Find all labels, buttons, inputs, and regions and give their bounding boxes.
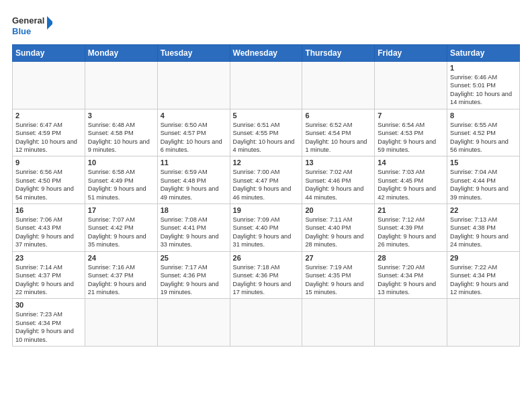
day-number: 7: [378, 111, 444, 120]
calendar-cell: [375, 62, 447, 109]
day-number: 18: [161, 206, 227, 214]
calendar-cell: 21Sunrise: 7:12 AM Sunset: 4:39 PM Dayli…: [375, 204, 447, 252]
calendar-cell: 18Sunrise: 7:08 AM Sunset: 4:41 PM Dayli…: [157, 204, 230, 252]
day-info: Sunrise: 6:47 AM Sunset: 4:59 PM Dayligh…: [15, 121, 82, 154]
day-number: 4: [161, 111, 227, 120]
day-info: Sunrise: 6:46 AM Sunset: 5:01 PM Dayligh…: [450, 73, 517, 107]
header: General Blue: [12, 12, 520, 38]
day-info: Sunrise: 7:17 AM Sunset: 4:36 PM Dayligh…: [161, 263, 227, 297]
day-info: Sunrise: 7:00 AM Sunset: 4:47 PM Dayligh…: [233, 168, 300, 201]
day-number: 10: [88, 158, 154, 167]
day-number: 16: [15, 206, 82, 214]
calendar-cell: 17Sunrise: 7:07 AM Sunset: 4:42 PM Dayli…: [85, 204, 157, 252]
weekday-header-sunday: Sunday: [13, 45, 85, 62]
calendar-cell: [85, 62, 157, 109]
day-info: Sunrise: 7:22 AM Sunset: 4:34 PM Dayligh…: [450, 263, 517, 297]
day-number: 5: [233, 111, 300, 120]
calendar-cell: 19Sunrise: 7:09 AM Sunset: 4:40 PM Dayli…: [230, 204, 302, 252]
day-info: Sunrise: 7:13 AM Sunset: 4:38 PM Dayligh…: [450, 216, 517, 249]
calendar-cell: 23Sunrise: 7:14 AM Sunset: 4:37 PM Dayli…: [13, 251, 85, 299]
weekday-header-thursday: Thursday: [302, 45, 375, 62]
svg-marker-2: [47, 16, 52, 30]
day-number: 21: [378, 206, 444, 214]
calendar-cell: [230, 62, 302, 109]
day-info: Sunrise: 7:23 AM Sunset: 4:34 PM Dayligh…: [15, 310, 82, 344]
page: General Blue SundayMondayTuesdayWednesda…: [0, 0, 532, 353]
day-number: 15: [450, 158, 517, 167]
day-info: Sunrise: 7:09 AM Sunset: 4:40 PM Dayligh…: [233, 216, 300, 249]
day-info: Sunrise: 6:56 AM Sunset: 4:50 PM Dayligh…: [15, 168, 82, 201]
day-info: Sunrise: 6:50 AM Sunset: 4:57 PM Dayligh…: [161, 121, 227, 154]
week-row-0: 1Sunrise: 6:46 AM Sunset: 5:01 PM Daylig…: [13, 62, 520, 109]
calendar-cell: 24Sunrise: 7:16 AM Sunset: 4:37 PM Dayli…: [85, 251, 157, 299]
logo-svg: General Blue: [12, 12, 52, 38]
day-number: 22: [450, 206, 517, 214]
day-number: 24: [88, 254, 154, 262]
calendar-cell: 2Sunrise: 6:47 AM Sunset: 4:59 PM Daylig…: [13, 109, 85, 156]
calendar-cell: 3Sunrise: 6:48 AM Sunset: 4:58 PM Daylig…: [85, 109, 157, 156]
calendar-cell: [85, 299, 157, 347]
calendar-cell: 6Sunrise: 6:52 AM Sunset: 4:54 PM Daylig…: [302, 109, 375, 156]
calendar-cell: 8Sunrise: 6:55 AM Sunset: 4:52 PM Daylig…: [447, 109, 520, 156]
day-number: 1: [450, 64, 517, 72]
day-number: 3: [88, 111, 154, 120]
day-number: 23: [15, 254, 82, 262]
day-number: 20: [305, 206, 371, 214]
calendar-cell: 11Sunrise: 6:59 AM Sunset: 4:48 PM Dayli…: [157, 156, 230, 204]
calendar-cell: [157, 299, 230, 347]
calendar-cell: 13Sunrise: 7:02 AM Sunset: 4:46 PM Dayli…: [302, 156, 375, 204]
day-info: Sunrise: 7:04 AM Sunset: 4:44 PM Dayligh…: [450, 168, 517, 201]
day-number: 14: [378, 158, 444, 167]
weekday-header-saturday: Saturday: [447, 45, 520, 62]
calendar-cell: 25Sunrise: 7:17 AM Sunset: 4:36 PM Dayli…: [157, 251, 230, 299]
day-number: 26: [233, 254, 300, 262]
day-number: 9: [15, 158, 82, 167]
calendar-cell: 14Sunrise: 7:03 AM Sunset: 4:45 PM Dayli…: [375, 156, 447, 204]
day-info: Sunrise: 7:20 AM Sunset: 4:34 PM Dayligh…: [378, 263, 444, 297]
calendar-cell: 20Sunrise: 7:11 AM Sunset: 4:40 PM Dayli…: [302, 204, 375, 252]
day-info: Sunrise: 6:54 AM Sunset: 4:53 PM Dayligh…: [378, 121, 444, 154]
weekday-header-row: SundayMondayTuesdayWednesdayThursdayFrid…: [13, 45, 520, 62]
week-row-2: 9Sunrise: 6:56 AM Sunset: 4:50 PM Daylig…: [13, 156, 520, 204]
calendar-cell: 22Sunrise: 7:13 AM Sunset: 4:38 PM Dayli…: [447, 204, 520, 252]
calendar-cell: [302, 62, 375, 109]
day-info: Sunrise: 7:08 AM Sunset: 4:41 PM Dayligh…: [161, 216, 227, 249]
calendar-cell: 4Sunrise: 6:50 AM Sunset: 4:57 PM Daylig…: [157, 109, 230, 156]
day-info: Sunrise: 7:16 AM Sunset: 4:37 PM Dayligh…: [88, 263, 154, 297]
calendar-cell: [230, 299, 302, 347]
day-info: Sunrise: 7:02 AM Sunset: 4:46 PM Dayligh…: [305, 168, 371, 201]
day-info: Sunrise: 6:59 AM Sunset: 4:48 PM Dayligh…: [161, 168, 227, 201]
weekday-header-friday: Friday: [375, 45, 447, 62]
calendar-cell: 15Sunrise: 7:04 AM Sunset: 4:44 PM Dayli…: [447, 156, 520, 204]
day-info: Sunrise: 6:55 AM Sunset: 4:52 PM Dayligh…: [450, 121, 517, 154]
day-info: Sunrise: 7:03 AM Sunset: 4:45 PM Dayligh…: [378, 168, 444, 201]
calendar-cell: 10Sunrise: 6:58 AM Sunset: 4:49 PM Dayli…: [85, 156, 157, 204]
day-info: Sunrise: 7:11 AM Sunset: 4:40 PM Dayligh…: [305, 216, 371, 249]
week-row-4: 23Sunrise: 7:14 AM Sunset: 4:37 PM Dayli…: [13, 251, 520, 299]
day-number: 12: [233, 158, 300, 167]
day-number: 27: [305, 254, 371, 262]
calendar-cell: 29Sunrise: 7:22 AM Sunset: 4:34 PM Dayli…: [447, 251, 520, 299]
day-info: Sunrise: 7:14 AM Sunset: 4:37 PM Dayligh…: [15, 263, 82, 297]
day-number: 13: [305, 158, 371, 167]
calendar-cell: 1Sunrise: 6:46 AM Sunset: 5:01 PM Daylig…: [447, 62, 520, 109]
calendar-cell: [447, 299, 520, 347]
day-info: Sunrise: 7:06 AM Sunset: 4:43 PM Dayligh…: [15, 216, 82, 249]
calendar-cell: 26Sunrise: 7:18 AM Sunset: 4:36 PM Dayli…: [230, 251, 302, 299]
calendar-cell: [157, 62, 230, 109]
calendar-cell: 16Sunrise: 7:06 AM Sunset: 4:43 PM Dayli…: [13, 204, 85, 252]
day-number: 17: [88, 206, 154, 214]
weekday-header-tuesday: Tuesday: [157, 45, 230, 62]
day-info: Sunrise: 6:51 AM Sunset: 4:55 PM Dayligh…: [233, 121, 300, 154]
calendar-cell: 28Sunrise: 7:20 AM Sunset: 4:34 PM Dayli…: [375, 251, 447, 299]
day-number: 11: [161, 158, 227, 167]
day-number: 30: [15, 301, 82, 309]
week-row-1: 2Sunrise: 6:47 AM Sunset: 4:59 PM Daylig…: [13, 109, 520, 156]
calendar-table: SundayMondayTuesdayWednesdayThursdayFrid…: [12, 44, 520, 347]
day-info: Sunrise: 7:12 AM Sunset: 4:39 PM Dayligh…: [378, 216, 444, 249]
day-info: Sunrise: 6:58 AM Sunset: 4:49 PM Dayligh…: [88, 168, 154, 201]
calendar-cell: [302, 299, 375, 347]
day-number: 25: [161, 254, 227, 262]
day-number: 28: [378, 254, 444, 262]
calendar-cell: 30Sunrise: 7:23 AM Sunset: 4:34 PM Dayli…: [13, 299, 85, 347]
